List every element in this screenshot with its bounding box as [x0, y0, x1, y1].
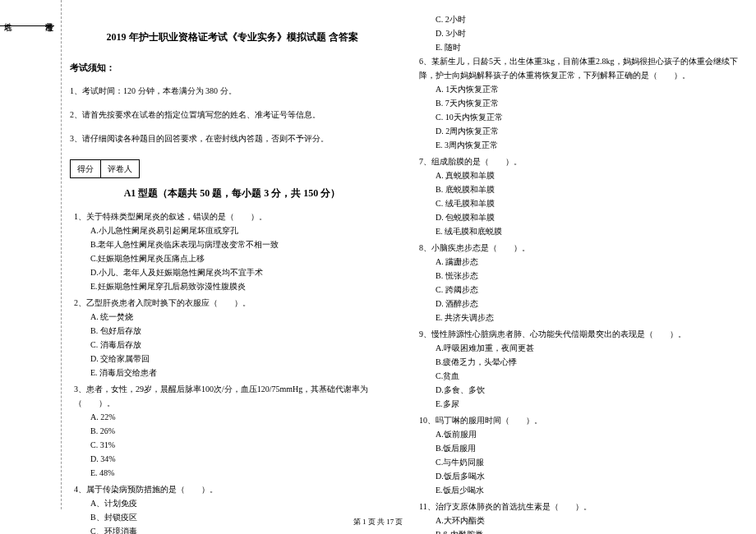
- question-stem: 7、组成胎膜的是（ ）。: [415, 154, 740, 168]
- option: C. 绒毛膜和羊膜: [436, 196, 740, 210]
- option: C. 2小时: [436, 12, 740, 26]
- instruction-item: 1、考试时间：120 分钟，本卷满分为 380 分。: [70, 84, 394, 98]
- option: A.饭前服用: [436, 427, 740, 441]
- option: D.饭后多喝水: [436, 469, 740, 483]
- options-group: A. 1天内恢复正常B. 7天内恢复正常C. 10天内恢复正常D. 2周内恢复正…: [415, 82, 740, 152]
- score-box: 得分 评卷人: [70, 159, 140, 178]
- options-group: A.饭前服用B.饭后服用C.与牛奶同服D.饭后多喝水E.饭后少喝水: [415, 427, 740, 497]
- option: D. 交给家属带回: [90, 352, 394, 366]
- q5-continued-options: C. 2小时D. 3小时E. 随时: [415, 12, 740, 54]
- option: A. 蹒跚步态: [436, 255, 740, 269]
- options-group: A、计划免疫B、封锁疫区C、环境消毒D、限制集会E、停工停课: [70, 496, 394, 534]
- option: A、计划免疫: [90, 496, 394, 510]
- instructions-block: 1、考试时间：120 分钟，本卷满分为 380 分。 2、请首先按要求在试卷的指…: [70, 84, 394, 145]
- option: B. 慌张步态: [436, 269, 740, 283]
- option: B.饭后服用: [436, 441, 740, 455]
- option: E. 随时: [436, 40, 740, 54]
- question-stem: 11、治疗支原体肺炎的首选抗生素是（ ）。: [415, 499, 740, 513]
- question: 10、吗丁啉的服用时间（ ）。A.饭前服用B.饭后服用C.与牛奶同服D.饭后多喝…: [415, 413, 740, 497]
- option: A. 统一焚烧: [90, 310, 394, 324]
- question-stem: 4、属于传染病预防措施的是（ ）。: [70, 482, 394, 496]
- option: C. 跨阈步态: [436, 283, 740, 297]
- option: B.疲倦乏力，头晕心悸: [436, 355, 740, 369]
- content-columns: 2019 年护士职业资格证考试《专业实务》模拟试题 含答案 考试须知： 1、考试…: [70, 12, 740, 534]
- question: 6、某新生儿，日龄5天，出生体重3kg，目前体重2.8kg，妈妈很担心孩子的体重…: [415, 54, 740, 152]
- option: E.妊娠期急性阑尾穿孔后易致弥漫性腹膜炎: [90, 279, 394, 293]
- left-questions: 1、关于特殊类型阑尾炎的叙述，错误的是（ ）。A.小儿急性阑尾炎易引起阑尾坏疽或…: [70, 209, 394, 534]
- option: E.饭后少喝水: [436, 483, 740, 497]
- option: D. 包蜕膜和羊膜: [436, 210, 740, 224]
- option: B.老年人急性阑尾炎临床表现与病理改变常不相一致: [90, 237, 394, 251]
- option: D.多食、多饮: [436, 383, 740, 397]
- option: D. 2周内恢复正常: [436, 124, 740, 138]
- options-group: A.小儿急性阑尾炎易引起阑尾坏疽或穿孔B.老年人急性阑尾炎临床表现与病理改变常不…: [70, 223, 394, 293]
- right-column: C. 2小时D. 3小时E. 随时 6、某新生儿，日龄5天，出生体重3kg，目前…: [415, 12, 740, 534]
- question-stem: 8、小脑疾患步态是（ ）。: [415, 241, 740, 255]
- option: D. 34%: [90, 452, 394, 466]
- option: A. 22%: [90, 410, 394, 424]
- options-group: A. 22%B. 26%C. 31%D. 34%E. 48%: [70, 410, 394, 480]
- option: B. 7天内恢复正常: [436, 96, 740, 110]
- option: B. 底蜕膜和羊膜: [436, 182, 740, 196]
- option: A. 真蜕膜和羊膜: [436, 168, 740, 182]
- question-stem: 3、患者，女性，29岁，晨醒后脉率100次/分，血压120/75mmHg，其基础…: [70, 382, 394, 410]
- notice-label: 考试须知：: [70, 60, 394, 76]
- option: C. 消毒后存放: [90, 338, 394, 352]
- option: A.小儿急性阑尾炎易引起阑尾坏疽或穿孔: [90, 223, 394, 237]
- question-stem: 1、关于特殊类型阑尾炎的叙述，错误的是（ ）。: [70, 209, 394, 223]
- question: 9、慢性肺源性心脏病患者肺、心功能失代偿期最突出的表现是（ ）。A.呼吸困难加重…: [415, 327, 740, 411]
- option: B. 包好后存放: [90, 324, 394, 338]
- question-stem: 9、慢性肺源性心脏病患者肺、心功能失代偿期最突出的表现是（ ）。: [415, 327, 740, 341]
- question-stem: 10、吗丁啉的服用时间（ ）。: [415, 413, 740, 427]
- option: D. 酒醉步态: [436, 297, 740, 311]
- option: B. 26%: [90, 424, 394, 438]
- page-footer: 第 1 页 共 17 页: [0, 517, 756, 527]
- section-title: A1 型题（本题共 50 题，每小题 3 分，共 150 分）: [70, 185, 394, 201]
- exam-title: 2019 年护士职业资格证考试《专业实务》模拟试题 含答案: [70, 29, 394, 45]
- exam-sidebar: 准考证号 姓名 省（市区）: [0, 0, 62, 509]
- option: D. 3小时: [436, 26, 740, 40]
- grader-col: 评卷人: [101, 160, 139, 177]
- option: B.β-内酰胺类: [436, 527, 740, 534]
- question: 1、关于特殊类型阑尾炎的叙述，错误的是（ ）。A.小儿急性阑尾炎易引起阑尾坏疽或…: [70, 209, 394, 293]
- question: 8、小脑疾患步态是（ ）。A. 蹒跚步态B. 慌张步态C. 跨阈步态D. 酒醉步…: [415, 241, 740, 325]
- question: 3、患者，女性，29岁，晨醒后脉率100次/分，血压120/75mmHg，其基础…: [70, 382, 394, 480]
- option: C. 10天内恢复正常: [436, 110, 740, 124]
- option: C.妊娠期急性阑尾炎压痛点上移: [90, 251, 394, 265]
- options-group: A. 真蜕膜和羊膜B. 底蜕膜和羊膜C. 绒毛膜和羊膜D. 包蜕膜和羊膜E. 绒…: [415, 168, 740, 238]
- sidebar-exam-no: 准考证号: [13, 16, 54, 493]
- options-group: A. 统一焚烧B. 包好后存放C. 消毒后存放D. 交给家属带回E. 消毒后交给…: [70, 310, 394, 380]
- option: C.贫血: [436, 369, 740, 383]
- right-questions: 6、某新生儿，日龄5天，出生体重3kg，目前体重2.8kg，妈妈很担心孩子的体重…: [415, 54, 740, 534]
- option: A.呼吸困难加重，夜间更甚: [436, 341, 740, 355]
- option: E.多尿: [436, 397, 740, 411]
- options-group: A.呼吸困难加重，夜间更甚B.疲倦乏力，头晕心悸C.贫血D.多食、多饮E.多尿: [415, 341, 740, 411]
- option: E. 3周内恢复正常: [436, 138, 740, 152]
- question-stem: 6、某新生儿，日龄5天，出生体重3kg，目前体重2.8kg，妈妈很担心孩子的体重…: [415, 54, 740, 82]
- option: E. 48%: [90, 466, 394, 480]
- option: E. 绒毛膜和底蜕膜: [436, 224, 740, 238]
- option: C.与牛奶同服: [436, 455, 740, 469]
- left-column: 2019 年护士职业资格证考试《专业实务》模拟试题 含答案 考试须知： 1、考试…: [70, 12, 394, 534]
- question-stem: 2、乙型肝炎患者入院时换下的衣服应（ ）。: [70, 296, 394, 310]
- score-col: 得分: [71, 160, 101, 177]
- instruction-item: 3、请仔细阅读各种题目的回答要求，在密封线内答题，否则不予评分。: [70, 131, 394, 145]
- option: C. 31%: [90, 438, 394, 452]
- option: E. 共济失调步态: [436, 311, 740, 325]
- question: 7、组成胎膜的是（ ）。A. 真蜕膜和羊膜B. 底蜕膜和羊膜C. 绒毛膜和羊膜D…: [415, 154, 740, 238]
- instruction-item: 2、请首先按要求在试卷的指定位置填写您的姓名、准考证号等信息。: [70, 108, 394, 122]
- option: A. 1天内恢复正常: [436, 82, 740, 96]
- option: E. 消毒后交给患者: [90, 366, 394, 380]
- sidebar-name: 姓名: [0, 16, 13, 493]
- options-group: A. 蹒跚步态B. 慌张步态C. 跨阈步态D. 酒醉步态E. 共济失调步态: [415, 255, 740, 325]
- option: D.小儿、老年人及妊娠期急性阑尾炎均不宜手术: [90, 265, 394, 279]
- question: 2、乙型肝炎患者入院时换下的衣服应（ ）。A. 统一焚烧B. 包好后存放C. 消…: [70, 296, 394, 380]
